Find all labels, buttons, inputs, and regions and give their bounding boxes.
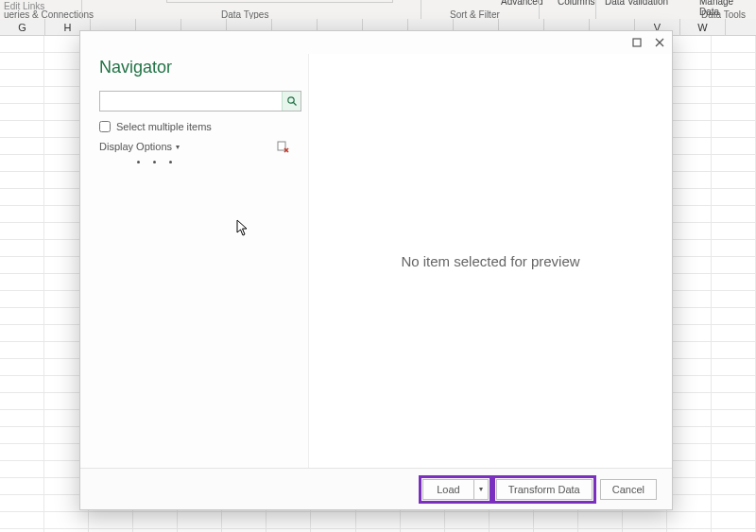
cell[interactable]: [667, 206, 712, 222]
column-header[interactable]: W: [680, 19, 726, 36]
cell[interactable]: [712, 512, 756, 528]
cell[interactable]: [712, 427, 756, 443]
cell[interactable]: [89, 512, 133, 528]
cell[interactable]: [578, 512, 623, 528]
cell[interactable]: [667, 359, 712, 375]
load-dropdown-button[interactable]: ▾: [473, 479, 489, 500]
ribbon-advanced[interactable]: Advanced: [501, 0, 542, 7]
cell[interactable]: [712, 274, 756, 290]
cell[interactable]: [0, 53, 44, 69]
cell[interactable]: [0, 121, 44, 137]
select-multiple-checkbox[interactable]: [99, 121, 111, 132]
cell[interactable]: [667, 104, 712, 120]
cell[interactable]: [0, 308, 44, 324]
load-button[interactable]: Load: [422, 479, 472, 500]
cell[interactable]: [712, 172, 756, 188]
maximize-button[interactable]: [630, 36, 644, 49]
cell[interactable]: [0, 155, 44, 171]
cell[interactable]: [712, 70, 756, 86]
cell[interactable]: [0, 512, 44, 528]
cell[interactable]: [667, 172, 712, 188]
cell[interactable]: [534, 512, 578, 528]
transform-data-button[interactable]: Transform Data: [496, 479, 593, 500]
cell[interactable]: [712, 36, 756, 52]
cell[interactable]: [667, 478, 712, 494]
cell[interactable]: [667, 53, 712, 69]
cell[interactable]: [667, 410, 712, 426]
cell[interactable]: [712, 478, 756, 494]
display-options-dropdown[interactable]: Display Options ▾: [99, 141, 180, 152]
search-button[interactable]: [282, 92, 301, 111]
cell[interactable]: [0, 104, 44, 120]
ribbon-data-validation[interactable]: Data Validation: [605, 0, 668, 7]
cell[interactable]: [712, 308, 756, 324]
cell[interactable]: [0, 444, 44, 460]
column-header[interactable]: G: [0, 19, 45, 36]
cell[interactable]: [667, 512, 712, 528]
cell[interactable]: [712, 189, 756, 205]
cell[interactable]: [712, 240, 756, 256]
cell[interactable]: [712, 495, 756, 511]
cell[interactable]: [266, 512, 311, 528]
ribbon-manage-data[interactable]: Manage Data: [699, 0, 756, 17]
cell[interactable]: [490, 512, 534, 528]
cell[interactable]: [0, 359, 44, 375]
cell[interactable]: [0, 257, 44, 273]
grid-row[interactable]: [0, 512, 756, 529]
cell[interactable]: [0, 240, 44, 256]
cell[interactable]: [667, 70, 712, 86]
cell[interactable]: [667, 444, 712, 460]
cell[interactable]: [712, 138, 756, 154]
cell[interactable]: [712, 87, 756, 103]
cell[interactable]: [356, 512, 401, 528]
cell[interactable]: [0, 495, 44, 511]
cell[interactable]: [667, 223, 712, 239]
cell[interactable]: [667, 138, 712, 154]
cell[interactable]: [712, 342, 756, 358]
cell[interactable]: [0, 172, 44, 188]
ribbon-columns[interactable]: Columns: [558, 0, 594, 7]
cell[interactable]: [667, 308, 712, 324]
cell[interactable]: [667, 325, 712, 341]
cell[interactable]: [0, 393, 44, 409]
cell[interactable]: [712, 461, 756, 477]
cell[interactable]: [0, 325, 44, 341]
cell[interactable]: [0, 274, 44, 290]
cell[interactable]: [667, 291, 712, 307]
cell[interactable]: [667, 257, 712, 273]
select-multiple-row[interactable]: Select multiple items: [99, 121, 289, 132]
close-button[interactable]: [653, 36, 666, 49]
cell[interactable]: [712, 325, 756, 341]
cell[interactable]: [667, 121, 712, 137]
cell[interactable]: [667, 376, 712, 392]
cell[interactable]: [0, 427, 44, 443]
cell[interactable]: [222, 512, 266, 528]
cell[interactable]: [667, 427, 712, 443]
cell[interactable]: [667, 274, 712, 290]
cell[interactable]: [445, 512, 490, 528]
cell[interactable]: [0, 223, 44, 239]
cell[interactable]: [0, 138, 44, 154]
cell[interactable]: [0, 461, 44, 477]
cell[interactable]: [712, 257, 756, 273]
cell[interactable]: [44, 512, 89, 528]
cell[interactable]: [667, 461, 712, 477]
cell[interactable]: [667, 240, 712, 256]
cell[interactable]: [712, 223, 756, 239]
cell[interactable]: [667, 393, 712, 409]
cancel-button[interactable]: Cancel: [600, 479, 657, 500]
cell[interactable]: [0, 376, 44, 392]
cell[interactable]: [0, 189, 44, 205]
cell[interactable]: [0, 410, 44, 426]
cell[interactable]: [712, 121, 756, 137]
cell[interactable]: [712, 155, 756, 171]
search-input[interactable]: [100, 92, 282, 111]
cell[interactable]: [712, 53, 756, 69]
cell[interactable]: [667, 342, 712, 358]
cell[interactable]: [667, 87, 712, 103]
cell[interactable]: [311, 512, 355, 528]
cell[interactable]: [0, 36, 44, 52]
cell[interactable]: [0, 206, 44, 222]
cell[interactable]: [712, 444, 756, 460]
cell[interactable]: [712, 376, 756, 392]
